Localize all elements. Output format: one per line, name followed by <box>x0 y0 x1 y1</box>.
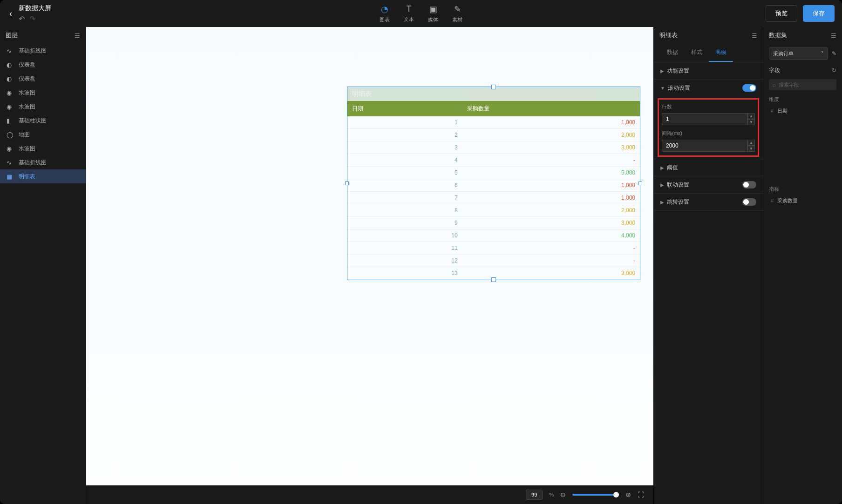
tool-文本[interactable]: T文本 <box>404 4 414 23</box>
tool-素材[interactable]: ✎素材 <box>452 4 462 23</box>
layer-item[interactable]: ▮基础柱状图 <box>0 114 86 128</box>
layers-menu-icon[interactable]: ☰ <box>75 32 80 39</box>
rows-decrement[interactable]: ▼ <box>747 119 755 125</box>
linkage-toggle[interactable] <box>742 181 756 188</box>
table-row: 11- <box>347 242 640 255</box>
table-row: 61,000 <box>347 179 640 192</box>
col-date: 日期 <box>347 101 462 116</box>
rows-input[interactable] <box>662 113 747 125</box>
section-function-settings[interactable]: ▶ 功能设置 <box>654 62 763 79</box>
edit-dataset-icon[interactable]: ✎ <box>832 50 836 57</box>
top-toolbar: ‹ 新数据大屏 ↶ ↷ ◔图表T文本▣媒体✎素材 预览 保存 <box>0 0 842 27</box>
section-linkage[interactable]: ▶ 联动设置 <box>654 176 763 193</box>
tab-样式[interactable]: 样式 <box>685 44 709 62</box>
rows-label: 行数 <box>662 103 755 110</box>
zoom-in-icon[interactable]: ⊕ <box>625 491 631 498</box>
properties-panel: 明细表 ☰ 数据样式高级 ▶ 功能设置 ▼ 滚动设置 行数 <box>653 27 763 504</box>
tool-图表[interactable]: ◔图表 <box>380 4 390 23</box>
data-table: 日期 采购数量 11,00022,00033,0004-55,00061,000… <box>347 101 640 280</box>
layers-title: 图层 <box>6 31 18 40</box>
save-button[interactable]: 保存 <box>803 5 835 22</box>
layer-item[interactable]: ◯地图 <box>0 128 86 141</box>
layer-item[interactable]: ∿基础折线图 <box>0 155 86 169</box>
search-icon: ⌕ <box>773 82 776 87</box>
tool-媒体[interactable]: ▣媒体 <box>428 4 438 23</box>
dataset-title: 数据集 <box>769 31 787 40</box>
section-scroll-settings[interactable]: ▼ 滚动设置 <box>654 80 763 96</box>
properties-title: 明细表 <box>659 31 678 40</box>
layer-item[interactable]: ∿基础折线图 <box>0 44 86 58</box>
preview-button[interactable]: 预览 <box>766 5 797 22</box>
table-row: 33,000 <box>347 141 640 154</box>
resize-handle-left[interactable] <box>345 181 349 185</box>
interval-increment[interactable]: ▲ <box>747 140 755 146</box>
refresh-fields-icon[interactable]: ↻ <box>832 67 836 74</box>
widget-title-label: 明细表 <box>347 87 640 101</box>
dataset-panel: 数据集 ☰ 采购订单 ˅ ✎ 字段 ↻ ⌕ 搜索字段 维度 # 日期 <box>763 27 842 504</box>
dimension-label: 维度 <box>763 92 842 105</box>
resize-handle-right[interactable] <box>638 181 642 185</box>
fields-label: 字段 <box>769 67 780 74</box>
interval-decrement[interactable]: ▼ <box>747 146 755 152</box>
properties-menu-icon[interactable]: ☰ <box>752 32 757 39</box>
dataset-menu-icon[interactable]: ☰ <box>831 32 836 39</box>
table-row: 11,000 <box>347 116 640 129</box>
back-button[interactable]: ‹ <box>7 7 14 20</box>
canvas-bottom-bar: 99 % ⊖ ⊕ ⛶ <box>86 485 653 504</box>
table-row: 71,000 <box>347 192 640 204</box>
rows-increment[interactable]: ▲ <box>747 113 755 119</box>
layer-item[interactable]: ◐仪表盘 <box>0 58 86 72</box>
section-threshold[interactable]: ▶ 阈值 <box>654 159 763 176</box>
zoom-value[interactable]: 99 <box>526 490 543 500</box>
tab-高级[interactable]: 高级 <box>709 44 733 62</box>
table-row: 22,000 <box>347 129 640 141</box>
section-jump[interactable]: ▶ 跳转设置 <box>654 194 763 210</box>
interval-input[interactable] <box>662 140 747 152</box>
table-row: 133,000 <box>347 267 640 280</box>
table-row: 82,000 <box>347 204 640 217</box>
layer-item[interactable]: ▦明细表 <box>0 169 86 183</box>
table-row: 55,000 <box>347 167 640 179</box>
tab-数据[interactable]: 数据 <box>660 44 685 62</box>
zoom-percent: % <box>549 492 554 497</box>
selected-widget-table[interactable]: 明细表 日期 采购数量 11,00022,00033,0004-55,00061… <box>347 87 640 280</box>
fullscreen-icon[interactable]: ⛶ <box>638 491 644 498</box>
layer-item[interactable]: ◉水波图 <box>0 86 86 100</box>
highlighted-settings: 行数 ▲ ▼ 间隔(ms) ▲ ▼ <box>658 98 759 157</box>
document-title: 新数据大屏 <box>19 4 51 13</box>
dimension-field-date[interactable]: # 日期 <box>763 105 842 117</box>
layers-panel: 图层 ☰ ∿基础折线图◐仪表盘◐仪表盘◉水波图◉水波图▮基础柱状图◯地图◉水波图… <box>0 27 86 504</box>
zoom-slider[interactable] <box>572 494 619 496</box>
layer-item[interactable]: ◉水波图 <box>0 100 86 114</box>
interval-label: 间隔(ms) <box>662 130 755 137</box>
canvas-area[interactable]: 明细表 日期 采购数量 11,00022,00033,0004-55,00061… <box>86 27 653 504</box>
search-field-input[interactable]: ⌕ 搜索字段 <box>769 79 836 90</box>
jump-toggle[interactable] <box>742 198 756 206</box>
metric-field-quantity[interactable]: # 采购数量 <box>763 195 842 207</box>
layer-item[interactable]: ◐仪表盘 <box>0 72 86 86</box>
col-quantity: 采购数量 <box>462 101 640 116</box>
table-row: 12- <box>347 255 640 267</box>
zoom-out-icon[interactable]: ⊖ <box>560 491 566 498</box>
chevron-down-icon: ˅ <box>821 51 824 57</box>
metric-label: 指标 <box>763 182 842 195</box>
redo-button[interactable]: ↷ <box>29 14 35 23</box>
table-row: 4- <box>347 154 640 167</box>
hash-icon: # <box>771 108 774 114</box>
layer-item[interactable]: ◉水波图 <box>0 141 86 155</box>
hash-icon: # <box>771 198 774 203</box>
table-row: 93,000 <box>347 217 640 229</box>
table-row: 104,000 <box>347 229 640 242</box>
scroll-toggle[interactable] <box>742 84 756 92</box>
dataset-select[interactable]: 采购订单 ˅ <box>769 47 828 60</box>
undo-button[interactable]: ↶ <box>19 14 25 23</box>
